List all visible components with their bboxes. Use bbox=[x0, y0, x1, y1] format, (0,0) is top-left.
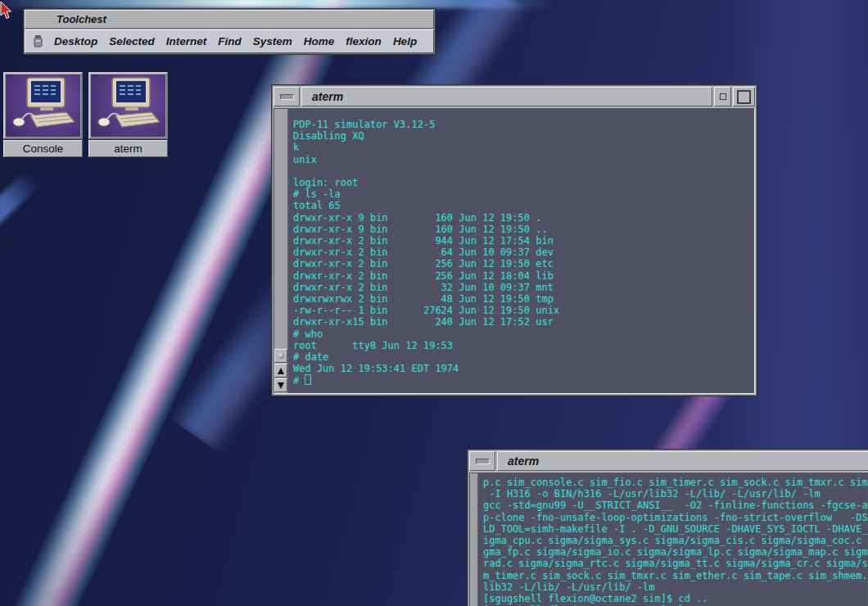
toolchest-jar-icon bbox=[34, 35, 43, 47]
desktop-icon-aterm[interactable]: aterm bbox=[88, 72, 168, 157]
aterm1-content: PDP-11 simulator V3.12-5 Disabling XQ k … bbox=[274, 108, 755, 394]
menu-item-desktop[interactable]: Desktop bbox=[54, 35, 97, 47]
aterm-icon bbox=[88, 72, 168, 139]
aterm2-content: p.c sim_console.c sim_fio.c sim_timer.c … bbox=[469, 473, 868, 606]
terminal2-screen[interactable]: p.c sim_console.c sim_fio.c sim_timer.c … bbox=[478, 473, 868, 606]
terminal-cursor bbox=[305, 374, 311, 385]
aterm2-titlebar[interactable]: aterm bbox=[469, 451, 868, 471]
menu-item-help[interactable]: Help bbox=[393, 35, 417, 47]
aterm1-scrollbar[interactable] bbox=[274, 109, 288, 393]
terminal1-prompt: # bbox=[293, 374, 754, 387]
scrollbar-trough[interactable] bbox=[470, 473, 477, 606]
console-icon-label: Console bbox=[3, 140, 83, 157]
aterm2-scrollbar[interactable] bbox=[470, 473, 478, 606]
terminal1-output: PDP-11 simulator V3.12-5 Disabling XQ k … bbox=[293, 119, 754, 374]
maximize-icon bbox=[737, 90, 751, 104]
menu-item-system[interactable]: System bbox=[253, 35, 292, 47]
minimize-button[interactable] bbox=[274, 87, 300, 106]
menu-item-internet[interactable]: Internet bbox=[166, 35, 207, 47]
scrollbar-trough[interactable] bbox=[274, 109, 287, 349]
desktop-icon-console[interactable]: Console bbox=[3, 72, 83, 157]
terminal1-screen[interactable]: PDP-11 simulator V3.12-5 Disabling XQ k … bbox=[288, 109, 754, 393]
menu-item-selected[interactable]: Selected bbox=[109, 35, 155, 47]
aterm-window-1: aterm PDP-11 simulator V3.12-5 Disabling… bbox=[271, 84, 757, 396]
console-icon bbox=[3, 72, 83, 139]
arrow-up-icon bbox=[278, 368, 284, 374]
toolchest-title: Toolchest bbox=[57, 13, 106, 25]
minimize-button-2[interactable] bbox=[469, 451, 495, 471]
light-trail-pink-left bbox=[0, 168, 43, 518]
minimize-icon bbox=[476, 459, 490, 464]
scroll-up-button[interactable] bbox=[274, 364, 287, 378]
toolchest-titlebar[interactable]: Toolchest bbox=[25, 10, 434, 29]
toolchest-window: Toolchest Desktop Selected Internet Find… bbox=[23, 8, 436, 55]
sgi-desktop: { "toolchest": { "title": "Toolchest", "… bbox=[0, 0, 868, 606]
aterm2-title: aterm bbox=[497, 451, 868, 471]
menu-item-flexion[interactable]: flexion bbox=[346, 35, 382, 47]
aterm-window-2: aterm p.c sim_console.c sim_fio.c sim_ti… bbox=[467, 449, 868, 606]
aterm1-title: aterm bbox=[301, 87, 712, 106]
aterm-icon-label: aterm bbox=[88, 140, 168, 157]
arrow-down-icon bbox=[278, 382, 284, 389]
minimize-icon bbox=[280, 94, 294, 100]
terminal2-output: p.c sim_console.c sim_fio.c sim_timer.c … bbox=[483, 477, 868, 606]
scrollbar-knob[interactable] bbox=[274, 349, 287, 363]
toolchest-menubar: Desktop Selected Internet Find System Ho… bbox=[25, 29, 434, 53]
scroll-down-button[interactable] bbox=[274, 378, 287, 392]
aterm1-titlebar[interactable]: aterm bbox=[274, 87, 755, 106]
restore-icon bbox=[720, 93, 726, 100]
menu-item-find[interactable]: Find bbox=[218, 35, 242, 47]
restore-button[interactable] bbox=[714, 87, 731, 106]
knob-icon bbox=[278, 353, 284, 359]
mouse-pointer bbox=[0, 2, 13, 25]
light-trail-top bbox=[0, 0, 557, 8]
menu-item-home[interactable]: Home bbox=[304, 35, 335, 47]
maximize-button[interactable] bbox=[733, 87, 755, 106]
